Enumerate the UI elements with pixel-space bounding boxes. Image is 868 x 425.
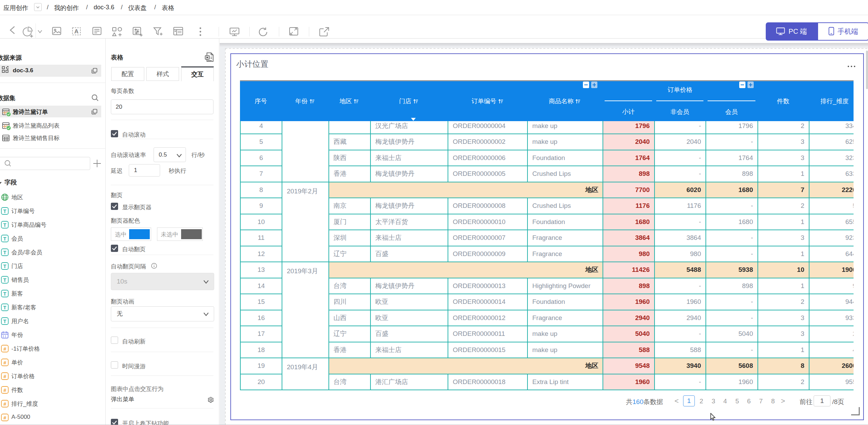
svg-text:T: T (3, 264, 7, 269)
svg-text:T: T (3, 236, 7, 242)
svg-text:#: # (3, 401, 6, 407)
svg-text:A: A (74, 28, 79, 35)
svg-text:#: # (3, 346, 6, 352)
svg-text:T: T (3, 319, 7, 324)
svg-text:T: T (3, 291, 7, 297)
svg-text:#: # (3, 360, 6, 365)
svg-text:#: # (3, 415, 6, 421)
svg-text:T: T (3, 305, 7, 310)
svg-text:T: T (3, 250, 7, 255)
svg-text:T: T (3, 277, 7, 283)
svg-text:#: # (3, 387, 6, 393)
svg-text:T: T (3, 209, 7, 214)
svg-text:T: T (3, 222, 7, 228)
svg-text:#: # (3, 374, 6, 379)
